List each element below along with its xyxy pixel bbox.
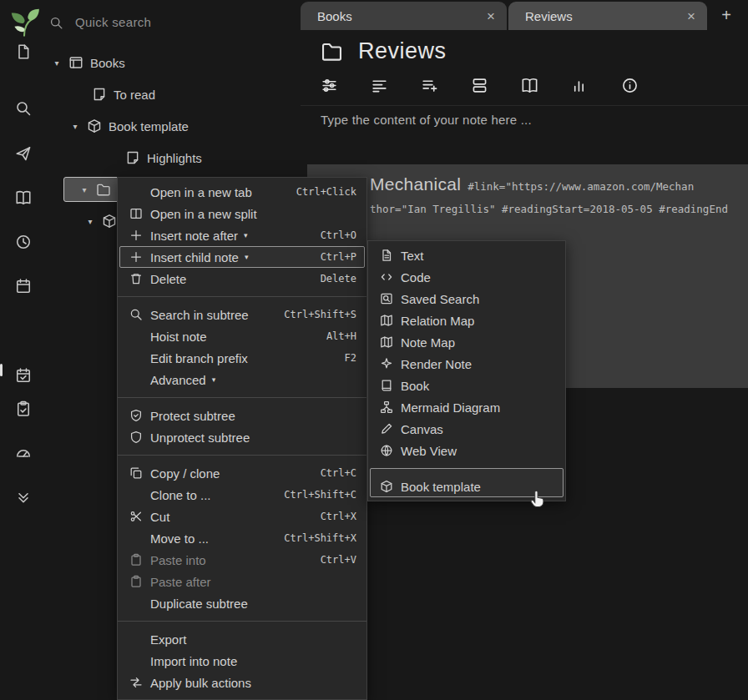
book-icon xyxy=(380,379,393,392)
ribbon-basic-properties[interactable] xyxy=(321,77,338,94)
tab-reviews[interactable]: Reviews × xyxy=(508,2,707,30)
keyboard-shortcut: Ctrl+Shift+X xyxy=(284,532,356,544)
menu-item-copy-clone[interactable]: Copy / clone Ctrl+C xyxy=(118,455,366,484)
map-icon xyxy=(380,335,393,349)
keyboard-shortcut: Ctrl+P xyxy=(321,251,356,263)
menu-item-import-into-note[interactable]: Import into note xyxy=(118,650,366,672)
tree-item-book-template[interactable]: ▾ Book template xyxy=(0,113,301,138)
ribbon-note-paths[interactable] xyxy=(471,77,488,94)
new-tab-button[interactable]: + xyxy=(715,4,737,26)
tree-item-highlights[interactable]: Highlights xyxy=(0,145,301,170)
pencil-icon xyxy=(380,422,393,436)
submenu-item-saved-search[interactable]: Saved Search xyxy=(368,288,565,310)
ribbon-note-map[interactable] xyxy=(521,77,538,94)
keyboard-shortcut: F2 xyxy=(345,352,356,364)
history-icon xyxy=(15,234,32,250)
split-icon xyxy=(129,207,143,220)
info-icon xyxy=(621,77,639,94)
book-note-title: Mechanical xyxy=(370,174,461,194)
menu-item-export[interactable]: Export xyxy=(118,621,366,650)
submenu-item-code[interactable]: Code xyxy=(368,266,565,288)
tree-item-to-read[interactable]: To read xyxy=(0,82,301,107)
submenu-item-book[interactable]: Book xyxy=(368,375,565,396)
launcher-recent-changes[interactable] xyxy=(15,234,32,250)
submenu-item-web-view[interactable]: Web View xyxy=(368,440,565,461)
trash-icon xyxy=(129,272,143,285)
plus-icon xyxy=(129,250,143,264)
shield-icon xyxy=(129,431,143,444)
tree-item-books[interactable]: ▾ Books xyxy=(0,50,301,75)
menu-item-duplicate-subtree[interactable]: Duplicate subtree xyxy=(118,592,366,614)
menu-item-cut[interactable]: Cut Ctrl+X xyxy=(118,506,366,527)
bulk-icon xyxy=(129,676,143,689)
menu-item-search-in-subtree[interactable]: Search in subtree Ctrl+Shift+S xyxy=(118,296,366,325)
submenu-item-canvas[interactable]: Canvas xyxy=(368,418,565,440)
menu-item-apply-bulk-actions[interactable]: Apply bulk actions xyxy=(118,672,366,693)
chevron-down-icon: ▾ xyxy=(245,253,249,261)
ribbon-divider xyxy=(301,105,748,106)
lines-icon xyxy=(371,77,388,94)
chevron-down-icon[interactable]: ▾ xyxy=(52,58,62,68)
menu-item-advanced[interactable]: Advanced ▾ xyxy=(118,369,366,390)
submenu-item-relation-map[interactable]: Relation Map xyxy=(368,310,565,331)
cube-icon xyxy=(380,480,393,493)
tab-close-icon[interactable]: × xyxy=(487,9,495,23)
launcher-tasks[interactable] xyxy=(15,400,32,417)
submenu-item-render-note[interactable]: Render Note xyxy=(368,353,565,375)
menu-item-protect-subtree[interactable]: Protect subtree xyxy=(118,397,366,426)
chevron-down-icon: ▾ xyxy=(212,375,216,384)
folder-icon xyxy=(96,182,111,197)
chevron-down-icon[interactable]: ▾ xyxy=(79,185,89,194)
tab-books[interactable]: Books × xyxy=(301,2,507,30)
diagram-icon xyxy=(380,400,393,414)
menu-item-open-in-a-new-split[interactable]: Open in a new split xyxy=(118,203,366,224)
menu-item-insert-child-note[interactable]: Insert child note ▾ Ctrl+P xyxy=(119,246,365,268)
launcher-today[interactable] xyxy=(15,367,32,384)
code-icon xyxy=(380,270,393,284)
chevron-down-icon[interactable]: ▾ xyxy=(85,217,95,226)
menu-item-insert-note-after[interactable]: Insert note after ▾ Ctrl+O xyxy=(118,224,366,246)
sparkle-icon xyxy=(380,357,393,370)
tab-close-icon[interactable]: × xyxy=(687,9,695,23)
keyboard-shortcut: Ctrl+V xyxy=(321,554,356,566)
ribbon-note-info[interactable] xyxy=(621,77,639,94)
chevron-down-icon: ▾ xyxy=(244,231,248,239)
chevron-down-icon[interactable]: ▾ xyxy=(70,122,80,131)
quick-search-input[interactable]: Quick search xyxy=(75,15,151,29)
menu-item-hoist-note[interactable]: Hoist note Alt+H xyxy=(118,325,366,347)
ribbon-add-attributes[interactable] xyxy=(421,77,438,94)
ribbon-similar-notes[interactable] xyxy=(571,77,589,94)
folder-icon xyxy=(321,40,343,63)
keyboard-shortcut: Alt+H xyxy=(326,330,356,342)
launcher-book[interactable] xyxy=(15,189,32,206)
ribbon-owned-attributes[interactable] xyxy=(371,77,388,94)
book-note-attributes: #link="https://www.amazon.com/Mechan xyxy=(468,180,694,193)
launcher-calendar[interactable] xyxy=(15,278,32,295)
menu-item-paste-into[interactable]: Paste into Ctrl+V xyxy=(118,549,366,571)
submenu-item-text[interactable]: Text xyxy=(368,244,565,266)
launcher-collapse-tree[interactable] xyxy=(15,489,32,506)
keyboard-shortcut: Ctrl+Click xyxy=(296,186,356,198)
page-title: Reviews xyxy=(358,38,447,64)
note-icon xyxy=(125,150,140,165)
book-grid-icon xyxy=(68,55,83,70)
add-row-icon xyxy=(421,77,438,94)
paste-icon xyxy=(129,553,143,567)
active-launcher-indicator xyxy=(0,364,3,376)
menu-item-unprotect-subtree[interactable]: Unprotect subtree xyxy=(118,426,366,448)
plus-icon xyxy=(129,229,143,242)
app-window: Quick search Books × Reviews × + xyxy=(0,0,748,700)
submenu-item-note-map[interactable]: Note Map xyxy=(368,331,565,353)
menu-item-delete[interactable]: Delete Delete xyxy=(118,268,366,290)
chevrons-down-icon xyxy=(15,489,32,506)
menu-item-paste-after[interactable]: Paste after xyxy=(118,571,366,592)
menu-item-clone-to[interactable]: Clone to ... Ctrl+Shift+C xyxy=(118,484,366,506)
menu-item-edit-branch-prefix[interactable]: Edit branch prefix F2 xyxy=(118,347,366,369)
menu-item-move-to[interactable]: Move to ... Ctrl+Shift+X xyxy=(118,527,366,549)
menu-item-open-in-a-new-tab[interactable]: Open in a new tab Ctrl+Click xyxy=(118,181,366,203)
calendar-icon xyxy=(15,278,32,295)
sliders-icon xyxy=(321,77,338,94)
launcher-dashboard[interactable] xyxy=(15,444,32,461)
submenu-item-mermaid-diagram[interactable]: Mermaid Diagram xyxy=(368,396,565,418)
editor-placeholder[interactable]: Type the content of your note here ... xyxy=(321,113,532,127)
